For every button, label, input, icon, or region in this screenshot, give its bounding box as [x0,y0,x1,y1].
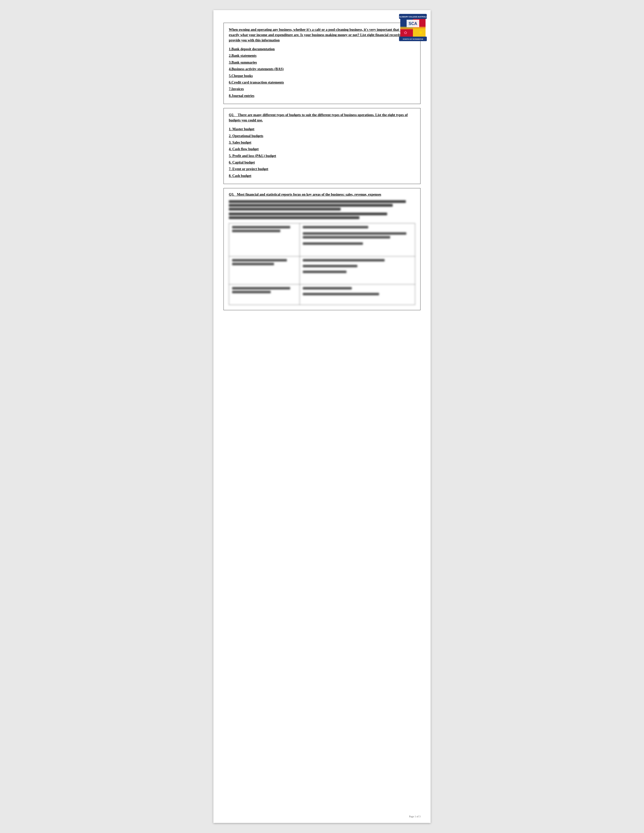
list-item: 7. Event or project budget [229,166,415,172]
question-3-blurred-content [224,200,420,310]
svg-text:SCA: SCA [409,21,417,26]
document-page: SALISBURY COLLEGE AUSTRALIA SCA ✿ ✾ [213,10,431,823]
page-number: Page 1 of 3 [409,815,420,818]
question-1-block: When owning and operating any business, … [224,23,420,104]
list-item: 5. Profit and loss (P&L) budget [229,153,415,159]
question-1-title: When owning and operating any business, … [229,27,415,43]
list-item: 6. Capital budget [229,160,415,165]
list-item: 4.Business activity statements (BAS) [229,66,415,72]
svg-text:SCIENTIA DAT INCREMENTUM: SCIENTIA DAT INCREMENTUM [403,39,423,40]
list-item: 3.Bank summaries [229,60,415,65]
svg-text:✿: ✿ [404,31,407,35]
list-item: 2. Operational budgets [229,133,415,139]
svg-text:SALISBURY COLLEGE AUSTRALIA: SALISBURY COLLEGE AUSTRALIA [398,16,428,18]
question-3-table [229,223,415,305]
question-3-title: Q3. Most financial and statistical repor… [224,188,420,199]
svg-text:✾: ✾ [419,31,422,35]
list-item: 5.Cheque books [229,73,415,79]
list-item: 4. Cash flow budget [229,146,415,152]
question-3-block: Q3. Most financial and statistical repor… [224,188,420,310]
question-2-title: Q2. There are many different types of bu… [229,113,415,123]
list-item: 8. Cash budget [229,173,415,179]
list-item: 1.Bank deposit documentation [229,47,415,52]
school-logo: SALISBURY COLLEGE AUSTRALIA SCA ✿ ✾ [398,13,428,43]
question-2-block: Q2. There are many different types of bu… [224,108,420,184]
list-item: 2.Bank statements [229,53,415,59]
question-2-answers: 1. Master budget 2. Operational budgets … [229,127,415,179]
list-item: 7.Invoices [229,86,415,92]
list-item: 8.Journal entries [229,93,415,99]
question-2-label: Q2. [229,113,238,117]
question-1-answers: 1.Bank deposit documentation 2.Bank stat… [229,47,415,99]
list-item: 1. Master budget [229,127,415,132]
list-item: 3. Sales budget [229,140,415,145]
list-item: 6.Credit card transaction statements [229,80,415,85]
